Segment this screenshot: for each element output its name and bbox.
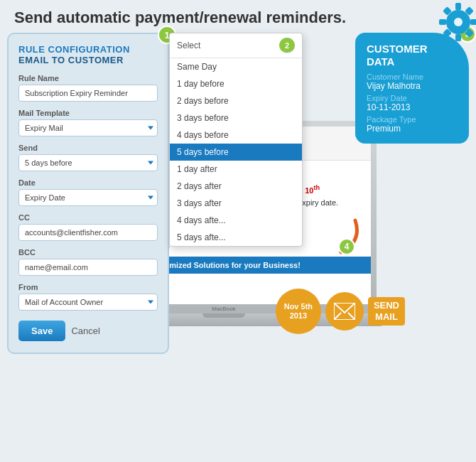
rule-name-label: Rule Name <box>18 74 158 82</box>
dropdown-option-2-days-after[interactable]: 2 days after <box>170 178 302 195</box>
dropdown-header: Select 2 <box>170 33 302 58</box>
step-2-badge: 2 <box>279 38 295 53</box>
send-mail-date: Nov 5th 2013 <box>276 289 321 334</box>
expiry-date-label: Expiry Date <box>367 94 458 102</box>
from-label: From <box>18 283 158 291</box>
svg-rect-3 <box>470 19 476 25</box>
mail-template-select[interactable]: Expiry Mail <box>18 119 158 136</box>
svg-rect-1 <box>455 34 461 41</box>
send-mail-date-line1: Nov 5th <box>284 302 313 311</box>
send-mail-label: SENDMAIL <box>368 297 405 325</box>
page-title: Send automatic payment/renewal reminders… <box>0 0 476 33</box>
cc-label: CC <box>18 213 158 222</box>
arrow-icon <box>305 213 362 266</box>
dropdown-option-3-days-after[interactable]: 3 days after <box>170 195 302 212</box>
button-row: Save Cancel <box>18 321 158 341</box>
dropdown-option-1-day-before[interactable]: 1 day before <box>170 75 302 92</box>
dropdown-option-2-days-before[interactable]: 2 days before <box>170 92 302 109</box>
send-label: Send <box>18 144 158 152</box>
dropdown-option-4-days-before[interactable]: 4 days before <box>170 127 302 144</box>
dropdown-option-1-day-after[interactable]: 1 day after <box>170 161 302 178</box>
cc-input[interactable] <box>18 224 158 241</box>
send-group: Send 5 days before <box>18 144 158 171</box>
svg-rect-0 <box>455 3 461 10</box>
mail-template-label: Mail Template <box>18 109 158 117</box>
date-select[interactable]: Expiry Date <box>18 189 158 206</box>
rule-name-group: Rule Name <box>18 74 158 102</box>
date-label: Date <box>18 178 158 187</box>
from-select[interactable]: Mail of Account Owner <box>18 294 158 311</box>
send-dropdown-popup: Select 2 Same Day 1 day before 2 days be… <box>169 33 303 247</box>
cancel-button[interactable]: Cancel <box>71 326 99 336</box>
mail-template-group: Mail Template Expiry Mail <box>18 109 158 136</box>
send-mail-icon <box>325 292 364 331</box>
save-button[interactable]: Save <box>18 321 65 341</box>
gear-icon <box>433 0 476 50</box>
cc-group: CC <box>18 213 158 241</box>
customer-data-panel: 3 CUSTOMER DATA Customer Name <box>355 33 469 144</box>
panel-title-rule: RULE CONFIGURATION <box>18 44 158 55</box>
dropdown-option-5-days-after[interactable]: 5 days afte... <box>170 229 302 246</box>
dropdown-option-5-days-before[interactable]: 5 days before <box>170 144 302 161</box>
customer-name-label: Customer Name <box>367 72 458 81</box>
rule-config-panel: 1 RULE CONFIGURATION EMAIL TO CUSTOMER R… <box>7 33 169 354</box>
svg-point-9 <box>454 18 463 26</box>
package-type-value: Premium <box>367 124 458 134</box>
send-mail-date-line2: 2013 <box>290 311 307 321</box>
step-4-badge: 4 <box>338 238 355 255</box>
rule-name-input[interactable] <box>18 85 158 102</box>
date-group: Date Expiry Date <box>18 178 158 206</box>
dropdown-option-same-day[interactable]: Same Day <box>170 58 302 75</box>
laptop-foot <box>202 313 245 318</box>
bcc-label: BCC <box>18 248 158 257</box>
send-mail-badge: Nov 5th 2013 SENDMAIL <box>276 289 405 334</box>
dropdown-option-3-days-before[interactable]: 3 days before <box>170 109 302 127</box>
send-select[interactable]: 5 days before <box>18 154 158 171</box>
bcc-input[interactable] <box>18 259 158 276</box>
panel-title-sub: EMAIL TO CUSTOMER <box>18 55 158 65</box>
dropdown-option-4-days-after[interactable]: 4 days afte... <box>170 212 302 229</box>
bcc-group: BCC <box>18 248 158 276</box>
package-type-label: Package Type <box>367 115 458 124</box>
from-group: From Mail of Account Owner <box>18 283 158 311</box>
svg-rect-2 <box>439 19 446 25</box>
customer-name-value: Vijay Malhotra <box>367 81 458 91</box>
expiry-date-value: 10-11-2013 <box>367 102 458 112</box>
dropdown-header-label: Select <box>177 41 200 50</box>
